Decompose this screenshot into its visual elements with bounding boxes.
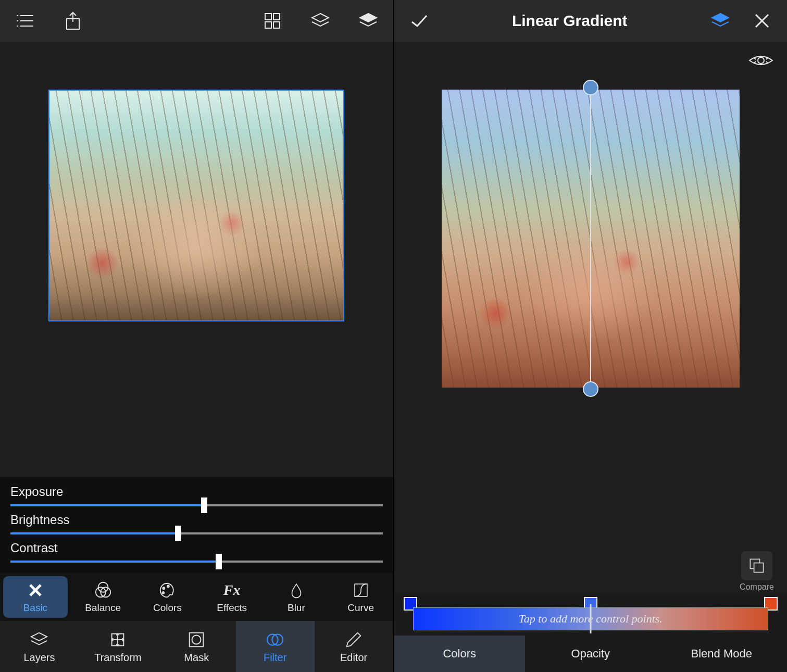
share-icon[interactable] bbox=[63, 10, 83, 31]
transform-icon bbox=[108, 630, 128, 650]
mask-icon bbox=[186, 630, 206, 650]
filter-categories: Basic Balance Colors Fx Effects Blur bbox=[0, 573, 393, 621]
svg-point-20 bbox=[167, 586, 169, 588]
compare-button[interactable]: Compare bbox=[737, 551, 777, 592]
svg-marker-13 bbox=[360, 14, 377, 22]
svg-rect-8 bbox=[265, 14, 271, 20]
slider-track[interactable] bbox=[10, 504, 383, 506]
filter-curve[interactable]: Curve bbox=[329, 573, 393, 621]
fx-icon: Fx bbox=[223, 580, 241, 600]
nav-label: Mask bbox=[184, 652, 209, 664]
compare-icon bbox=[741, 551, 772, 580]
svg-point-34 bbox=[758, 57, 764, 64]
nav-transform[interactable]: Transform bbox=[79, 621, 157, 672]
gradient-axis-line[interactable] bbox=[590, 86, 591, 391]
filter-label: Balance bbox=[85, 602, 121, 614]
top-toolbar-left bbox=[0, 0, 393, 42]
bottom-nav: Layers Transform Mask Filter Editor bbox=[0, 621, 393, 672]
slider-contrast: Contrast bbox=[10, 541, 383, 563]
compare-label: Compare bbox=[740, 582, 774, 592]
svg-point-21 bbox=[163, 592, 165, 594]
slider-track[interactable] bbox=[10, 532, 383, 534]
slider-thumb[interactable] bbox=[216, 554, 222, 569]
venn-icon bbox=[93, 580, 113, 600]
svg-rect-40 bbox=[754, 563, 764, 573]
nav-filter[interactable]: Filter bbox=[236, 621, 315, 672]
slider-track[interactable] bbox=[10, 561, 383, 563]
filter-basic[interactable]: Basic bbox=[3, 576, 68, 618]
slider-brightness: Brightness bbox=[10, 513, 383, 534]
slider-thumb[interactable] bbox=[175, 526, 181, 541]
list-icon[interactable] bbox=[15, 10, 35, 31]
tab-blend-mode[interactable]: Blend Mode bbox=[656, 636, 788, 672]
editor-panel-left: Exposure Brightness Contrast bbox=[0, 0, 394, 672]
pencil-icon bbox=[344, 630, 364, 650]
filter-label: Effects bbox=[217, 602, 247, 614]
svg-marker-23 bbox=[31, 632, 47, 640]
svg-rect-9 bbox=[273, 14, 280, 20]
layers-icon bbox=[29, 630, 49, 650]
drop-icon bbox=[288, 580, 305, 600]
sliders-section: Exposure Brightness Contrast bbox=[0, 477, 393, 573]
x-icon bbox=[25, 580, 46, 600]
slider-thumb[interactable] bbox=[201, 497, 207, 513]
gradient-strip: Tap to add more control points. bbox=[394, 593, 788, 636]
gradient-handle-bottom[interactable] bbox=[583, 381, 598, 397]
svg-point-28 bbox=[192, 635, 201, 644]
filter-icon bbox=[265, 630, 285, 650]
svg-point-19 bbox=[163, 587, 165, 589]
slider-label: Exposure bbox=[10, 484, 383, 499]
tab-colors[interactable]: Colors bbox=[394, 636, 526, 672]
tab-opacity[interactable]: Opacity bbox=[525, 636, 656, 672]
gradient-divider[interactable] bbox=[590, 604, 591, 633]
curve-icon bbox=[352, 580, 370, 600]
filter-label: Blur bbox=[288, 602, 305, 614]
nav-layers[interactable]: Layers bbox=[0, 621, 79, 672]
svg-rect-10 bbox=[265, 22, 271, 28]
nav-editor[interactable]: Editor bbox=[315, 621, 393, 672]
nav-label: Editor bbox=[340, 652, 367, 664]
gradient-tabs: Colors Opacity Blend Mode bbox=[394, 636, 788, 672]
gradient-handle-top[interactable] bbox=[583, 80, 598, 95]
slider-exposure: Exposure bbox=[10, 484, 383, 506]
nav-label: Filter bbox=[264, 652, 286, 664]
nav-label: Layers bbox=[23, 652, 55, 664]
filter-effects[interactable]: Fx Effects bbox=[199, 573, 264, 621]
nav-mask[interactable]: Mask bbox=[157, 621, 236, 672]
filter-label: Colors bbox=[153, 602, 182, 614]
layer-filled-icon[interactable] bbox=[358, 10, 379, 31]
slider-label: Brightness bbox=[10, 513, 383, 527]
filter-colors[interactable]: Colors bbox=[135, 573, 200, 621]
image-canvas[interactable] bbox=[48, 90, 344, 321]
svg-marker-31 bbox=[712, 14, 729, 22]
layer-outline-icon[interactable] bbox=[310, 10, 331, 31]
filter-balance[interactable]: Balance bbox=[71, 573, 135, 621]
page-title: Linear Gradient bbox=[430, 12, 710, 30]
layers-blue-icon[interactable] bbox=[710, 10, 731, 31]
filter-blur[interactable]: Blur bbox=[264, 573, 329, 621]
close-icon[interactable] bbox=[752, 10, 772, 31]
svg-rect-11 bbox=[273, 22, 280, 28]
editor-panel-right: Linear Gradient Compare bbox=[394, 0, 788, 672]
filter-label: Basic bbox=[23, 602, 47, 614]
visibility-icon[interactable] bbox=[748, 52, 773, 71]
nav-label: Transform bbox=[94, 652, 141, 664]
svg-marker-12 bbox=[312, 14, 329, 22]
filter-label: Curve bbox=[347, 602, 374, 614]
canvas-area-right[interactable] bbox=[394, 42, 788, 593]
slider-label: Contrast bbox=[10, 541, 383, 555]
confirm-icon[interactable] bbox=[409, 10, 430, 31]
canvas-area-left[interactable] bbox=[0, 42, 393, 477]
palette-icon bbox=[157, 580, 177, 600]
grid-icon[interactable] bbox=[262, 10, 283, 31]
top-toolbar-right: Linear Gradient bbox=[394, 0, 788, 42]
